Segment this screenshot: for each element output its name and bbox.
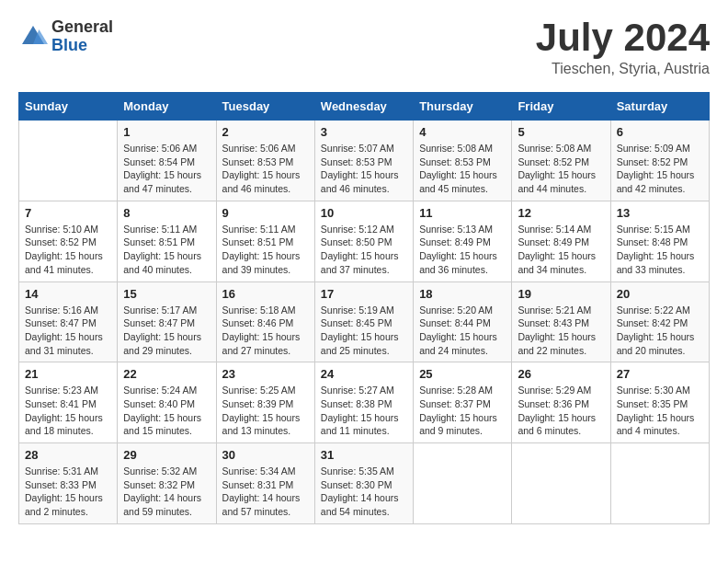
cell-w3-d4: 17Sunrise: 5:19 AM Sunset: 8:45 PM Dayli… [314,282,413,362]
day-number: 18 [419,287,506,301]
day-number: 4 [419,125,506,139]
cell-w5-d3: 30Sunrise: 5:34 AM Sunset: 8:31 PM Dayli… [216,443,314,524]
day-number: 29 [123,448,210,462]
day-info: Sunrise: 5:11 AM Sunset: 8:51 PM Dayligh… [222,223,309,277]
cell-w3-d3: 16Sunrise: 5:18 AM Sunset: 8:46 PM Dayli… [216,282,314,362]
header-saturday: Saturday [610,93,709,121]
day-info: Sunrise: 5:11 AM Sunset: 8:51 PM Dayligh… [123,223,210,277]
week-row-4: 21Sunrise: 5:23 AM Sunset: 8:41 PM Dayli… [19,362,710,443]
day-info: Sunrise: 5:19 AM Sunset: 8:45 PM Dayligh… [321,304,407,358]
day-number: 17 [321,287,407,301]
cell-w4-d4: 24Sunrise: 5:27 AM Sunset: 8:38 PM Dayli… [314,362,413,443]
day-info: Sunrise: 5:23 AM Sunset: 8:41 PM Dayligh… [25,384,111,438]
cell-w1-d3: 2Sunrise: 5:06 AM Sunset: 8:53 PM Daylig… [216,121,314,201]
cell-w1-d2: 1Sunrise: 5:06 AM Sunset: 8:54 PM Daylig… [118,121,216,201]
header-thursday: Thursday [414,93,512,121]
day-info: Sunrise: 5:30 AM Sunset: 8:35 PM Dayligh… [617,384,703,438]
day-info: Sunrise: 5:10 AM Sunset: 8:52 PM Dayligh… [25,223,111,277]
day-info: Sunrise: 5:21 AM Sunset: 8:43 PM Dayligh… [518,304,604,358]
cell-w5-d1: 28Sunrise: 5:31 AM Sunset: 8:33 PM Dayli… [19,443,118,524]
cell-w2-d4: 10Sunrise: 5:12 AM Sunset: 8:50 PM Dayli… [314,201,413,282]
day-number: 8 [123,206,210,220]
cell-w4-d3: 23Sunrise: 5:25 AM Sunset: 8:39 PM Dayli… [216,362,314,443]
day-info: Sunrise: 5:16 AM Sunset: 8:47 PM Dayligh… [25,304,111,358]
day-info: Sunrise: 5:17 AM Sunset: 8:47 PM Dayligh… [123,304,210,358]
day-number: 10 [321,206,407,220]
week-row-2: 7Sunrise: 5:10 AM Sunset: 8:52 PM Daylig… [19,201,710,282]
day-number: 30 [222,448,309,462]
header-sunday: Sunday [19,93,118,121]
day-info: Sunrise: 5:18 AM Sunset: 8:46 PM Dayligh… [222,304,309,358]
cell-w5-d6 [512,443,610,524]
day-info: Sunrise: 5:25 AM Sunset: 8:39 PM Dayligh… [222,384,309,438]
cell-w2-d1: 7Sunrise: 5:10 AM Sunset: 8:52 PM Daylig… [19,201,118,282]
cell-w1-d6: 5Sunrise: 5:08 AM Sunset: 8:52 PM Daylig… [512,121,610,201]
cell-w2-d2: 8Sunrise: 5:11 AM Sunset: 8:51 PM Daylig… [118,201,216,282]
day-number: 2 [222,125,309,139]
cell-w4-d7: 27Sunrise: 5:30 AM Sunset: 8:35 PM Dayli… [610,362,709,443]
location: Tieschen, Styria, Austria [536,61,710,77]
cell-w4-d6: 26Sunrise: 5:29 AM Sunset: 8:36 PM Dayli… [512,362,610,443]
day-number: 22 [123,367,210,381]
day-number: 5 [518,125,604,139]
cell-w1-d7: 6Sunrise: 5:09 AM Sunset: 8:52 PM Daylig… [610,121,709,201]
cell-w5-d7 [610,443,709,524]
logo-text: General Blue [51,18,113,55]
day-number: 24 [321,367,407,381]
cell-w4-d1: 21Sunrise: 5:23 AM Sunset: 8:41 PM Dayli… [19,362,118,443]
cell-w2-d7: 13Sunrise: 5:15 AM Sunset: 8:48 PM Dayli… [610,201,709,282]
cell-w5-d5 [414,443,512,524]
day-info: Sunrise: 5:07 AM Sunset: 8:53 PM Dayligh… [321,142,407,196]
day-info: Sunrise: 5:22 AM Sunset: 8:42 PM Dayligh… [617,304,703,358]
day-number: 1 [123,125,210,139]
day-number: 19 [518,287,604,301]
calendar-body: 1Sunrise: 5:06 AM Sunset: 8:54 PM Daylig… [19,121,710,524]
logo-general: General [51,18,113,37]
cell-w5-d2: 29Sunrise: 5:32 AM Sunset: 8:32 PM Dayli… [118,443,216,524]
cell-w1-d4: 3Sunrise: 5:07 AM Sunset: 8:53 PM Daylig… [314,121,413,201]
page-header: General Blue July 2024 Tieschen, Styria,… [18,18,710,77]
day-number: 13 [617,206,703,220]
cell-w1-d1 [19,121,118,201]
logo: General Blue [18,18,113,55]
cell-w2-d5: 11Sunrise: 5:13 AM Sunset: 8:49 PM Dayli… [414,201,512,282]
cell-w3-d5: 18Sunrise: 5:20 AM Sunset: 8:44 PM Dayli… [414,282,512,362]
cell-w3-d7: 20Sunrise: 5:22 AM Sunset: 8:42 PM Dayli… [610,282,709,362]
week-row-3: 14Sunrise: 5:16 AM Sunset: 8:47 PM Dayli… [19,282,710,362]
header-wednesday: Wednesday [314,93,413,121]
day-number: 28 [25,448,111,462]
day-info: Sunrise: 5:08 AM Sunset: 8:52 PM Dayligh… [518,142,604,196]
day-info: Sunrise: 5:06 AM Sunset: 8:54 PM Dayligh… [123,142,210,196]
day-info: Sunrise: 5:15 AM Sunset: 8:48 PM Dayligh… [617,223,703,277]
day-number: 27 [617,367,703,381]
day-info: Sunrise: 5:08 AM Sunset: 8:53 PM Dayligh… [419,142,506,196]
day-number: 12 [518,206,604,220]
day-number: 6 [617,125,703,139]
cell-w5-d4: 31Sunrise: 5:35 AM Sunset: 8:30 PM Dayli… [314,443,413,524]
day-info: Sunrise: 5:20 AM Sunset: 8:44 PM Dayligh… [419,304,506,358]
cell-w4-d5: 25Sunrise: 5:28 AM Sunset: 8:37 PM Dayli… [414,362,512,443]
day-number: 9 [222,206,309,220]
cell-w3-d2: 15Sunrise: 5:17 AM Sunset: 8:47 PM Dayli… [118,282,216,362]
month-title: July 2024 [536,18,710,57]
header-row: SundayMondayTuesdayWednesdayThursdayFrid… [19,93,710,121]
cell-w2-d6: 12Sunrise: 5:14 AM Sunset: 8:49 PM Dayli… [512,201,610,282]
day-number: 11 [419,206,506,220]
day-number: 31 [321,448,407,462]
cell-w2-d3: 9Sunrise: 5:11 AM Sunset: 8:51 PM Daylig… [216,201,314,282]
day-number: 7 [25,206,111,220]
day-info: Sunrise: 5:35 AM Sunset: 8:30 PM Dayligh… [321,465,407,519]
day-info: Sunrise: 5:12 AM Sunset: 8:50 PM Dayligh… [321,223,407,277]
day-info: Sunrise: 5:31 AM Sunset: 8:33 PM Dayligh… [25,465,111,519]
day-info: Sunrise: 5:14 AM Sunset: 8:49 PM Dayligh… [518,223,604,277]
day-number: 26 [518,367,604,381]
day-info: Sunrise: 5:28 AM Sunset: 8:37 PM Dayligh… [419,384,506,438]
calendar-header: SundayMondayTuesdayWednesdayThursdayFrid… [19,93,710,121]
day-number: 15 [123,287,210,301]
header-monday: Monday [118,93,216,121]
calendar-table: SundayMondayTuesdayWednesdayThursdayFrid… [18,92,710,524]
day-info: Sunrise: 5:13 AM Sunset: 8:49 PM Dayligh… [419,223,506,277]
cell-w3-d6: 19Sunrise: 5:21 AM Sunset: 8:43 PM Dayli… [512,282,610,362]
header-friday: Friday [512,93,610,121]
day-info: Sunrise: 5:27 AM Sunset: 8:38 PM Dayligh… [321,384,407,438]
